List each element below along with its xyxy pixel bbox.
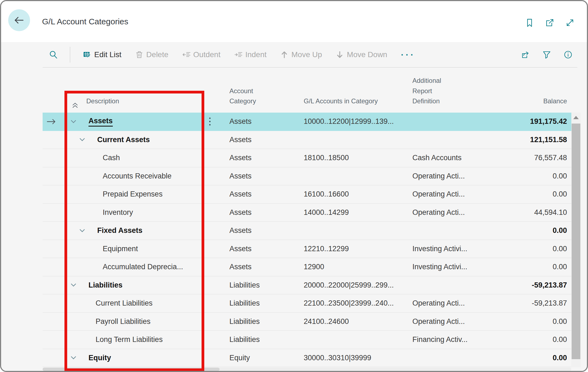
column-header-gl-accounts[interactable]: G/L Accounts in Category	[300, 96, 407, 113]
indent-button[interactable]: Indent	[234, 50, 267, 59]
column-header-balance[interactable]: Balance	[497, 96, 571, 113]
edit-list-button[interactable]: Edit List	[83, 50, 122, 59]
cell-description[interactable]: Payroll Liabilities	[60, 313, 200, 331]
cell-description[interactable]: Cash	[60, 149, 200, 167]
table-row-equipment[interactable]: Equipment Assets 12210..12299 Investing …	[43, 240, 571, 258]
table-row-accounts-receivable[interactable]: Accounts Receivable Assets Operating Act…	[43, 167, 571, 186]
move-up-button[interactable]: Move Up	[280, 50, 322, 59]
table-row-long-term-liabilities[interactable]: Long Term Liabilities Liabilities Financ…	[43, 331, 571, 349]
cell-balance[interactable]: 44,594.10	[497, 208, 571, 217]
cell-account-category[interactable]: Liabilities	[220, 317, 300, 326]
collapse-all-icon[interactable]	[72, 92, 79, 98]
cell-gl-accounts[interactable]: 16100..16600	[300, 190, 407, 198]
open-in-new-window-icon[interactable]	[545, 18, 554, 27]
cell-additional-report-definition[interactable]: Investing Activi...	[407, 245, 497, 253]
cell-account-category[interactable]: Assets	[220, 245, 300, 253]
column-header-account-category[interactable]: Account Category	[220, 86, 300, 113]
cell-balance[interactable]: 121,151.58	[497, 136, 571, 144]
cell-additional-report-definition[interactable]: Cash Accounts	[407, 154, 497, 162]
chevron-down-icon[interactable]	[70, 356, 76, 360]
cell-balance[interactable]: 0.00	[497, 335, 571, 344]
cell-description[interactable]: Current Liabilities	[60, 294, 200, 312]
cell-account-category[interactable]: Assets	[220, 154, 300, 162]
back-button[interactable]	[8, 9, 30, 31]
outdent-button[interactable]: Outdent	[182, 50, 221, 59]
cell-account-category[interactable]: Liabilities	[220, 299, 300, 307]
info-icon[interactable]	[564, 50, 572, 59]
cell-balance[interactable]: 0.00	[497, 190, 571, 198]
cell-description[interactable]: Inventory	[60, 204, 200, 222]
delete-button[interactable]: Delete	[135, 50, 169, 59]
cell-gl-accounts[interactable]: 24100..24600	[300, 317, 407, 326]
move-down-button[interactable]: Move Down	[336, 50, 387, 59]
cell-balance[interactable]: 0.00	[497, 354, 571, 362]
column-header-description[interactable]: Description	[86, 96, 119, 106]
vertical-scrollbar[interactable]	[571, 113, 581, 367]
cell-description[interactable]: Accounts Receivable	[60, 167, 200, 185]
horizontal-scrollbar-thumb[interactable]	[43, 368, 220, 371]
cell-gl-accounts[interactable]: 18100..18500	[300, 154, 407, 162]
cell-additional-report-definition[interactable]: Operating Acti...	[407, 208, 497, 217]
cell-account-category[interactable]: Equity	[220, 354, 300, 362]
expand-icon[interactable]	[565, 18, 575, 27]
cell-description[interactable]: Liabilities	[60, 276, 200, 294]
cell-account-category[interactable]: Assets	[220, 226, 300, 235]
cell-account-category[interactable]: Assets	[220, 263, 300, 271]
chevron-down-icon[interactable]	[70, 119, 76, 124]
chevron-down-icon[interactable]	[79, 137, 85, 142]
cell-balance[interactable]: 0.00	[497, 245, 571, 253]
table-row-cash[interactable]: Cash Assets 18100..18500 Cash Accounts 7…	[43, 149, 571, 167]
cell-additional-report-definition[interactable]: Operating Acti...	[407, 172, 497, 180]
cell-additional-report-definition[interactable]: Operating Acti...	[407, 317, 497, 326]
cell-description[interactable]: Prepaid Expenses	[60, 185, 200, 203]
cell-balance[interactable]: 191,175.42	[497, 117, 571, 126]
cell-account-category[interactable]: Liabilities	[220, 281, 300, 289]
cell-gl-accounts[interactable]: 12210..12299	[300, 245, 407, 253]
bookmark-icon[interactable]	[525, 18, 534, 27]
table-row-payroll-liabilities[interactable]: Payroll Liabilities Liabilities 24100..2…	[43, 313, 571, 331]
more-options-button[interactable]: ···	[401, 50, 415, 60]
cell-balance[interactable]: 76,557.48	[497, 154, 571, 162]
cell-balance[interactable]: 0.00	[497, 226, 571, 235]
cell-account-category[interactable]: Assets	[220, 136, 300, 144]
cell-account-category[interactable]: Assets	[220, 172, 300, 180]
cell-additional-report-definition[interactable]: Operating Acti...	[407, 299, 497, 307]
filter-icon[interactable]	[542, 50, 551, 59]
cell-gl-accounts[interactable]: 22100..23500|23999..240...	[300, 299, 407, 307]
cell-account-category[interactable]: Assets	[220, 190, 300, 198]
cell-additional-report-definition[interactable]: Operating Acti...	[407, 190, 497, 198]
cell-balance[interactable]: -59,213.87	[497, 299, 571, 307]
cell-gl-accounts[interactable]: 14000..14299	[300, 208, 407, 217]
search-icon[interactable]	[49, 50, 58, 59]
column-header-additional-report-definition[interactable]: Additional Report Definition	[407, 75, 497, 113]
table-row-fixed-assets[interactable]: Fixed Assets Assets 0.00	[43, 222, 571, 240]
table-row-equity[interactable]: Equity Equity 30000..30310|39999 0.00	[43, 349, 571, 367]
table-row-inventory[interactable]: Inventory Assets 14000..14299 Operating …	[43, 204, 571, 222]
row-options-icon[interactable]	[200, 118, 220, 125]
cell-balance[interactable]: 0.00	[497, 263, 571, 271]
table-row-accumulated-depreciation[interactable]: Accumulated Deprecia... Assets 12900 Inv…	[43, 258, 571, 276]
cell-description[interactable]: Fixed Assets	[60, 222, 200, 240]
chevron-down-icon[interactable]	[79, 229, 85, 233]
scroll-up-arrow-icon[interactable]	[573, 116, 579, 119]
cell-additional-report-definition[interactable]: Financing Activ...	[407, 335, 497, 344]
share-icon[interactable]	[521, 50, 530, 59]
cell-gl-accounts[interactable]: 10000..12200|12999..139...	[300, 117, 407, 126]
cell-account-category[interactable]: Assets	[220, 117, 300, 126]
table-row-liabilities[interactable]: Liabilities Liabilities 20000..22000|259…	[43, 276, 571, 295]
cell-gl-accounts[interactable]: 12900	[300, 263, 407, 271]
cell-description[interactable]: Accumulated Deprecia...	[60, 258, 200, 276]
cell-description[interactable]: Equity	[60, 349, 200, 367]
cell-description[interactable]: Long Term Liabilities	[60, 331, 200, 349]
cell-description[interactable]: Current Assets	[60, 131, 200, 149]
cell-balance[interactable]: 0.00	[497, 317, 571, 326]
cell-balance[interactable]: -59,213.87	[497, 281, 571, 289]
table-row-prepaid-expenses[interactable]: Prepaid Expenses Assets 16100..16600 Ope…	[43, 185, 571, 204]
cell-description[interactable]: Equipment	[60, 240, 200, 258]
cell-gl-accounts[interactable]: 30000..30310|39999	[300, 354, 407, 362]
cell-account-category[interactable]: Liabilities	[220, 335, 300, 344]
table-row-current-assets[interactable]: Current Assets Assets 121,151.58	[43, 131, 571, 149]
cell-additional-report-definition[interactable]: Investing Activi...	[407, 263, 497, 271]
cell-balance[interactable]: 0.00	[497, 172, 571, 180]
vertical-scrollbar-thumb[interactable]	[572, 124, 580, 359]
